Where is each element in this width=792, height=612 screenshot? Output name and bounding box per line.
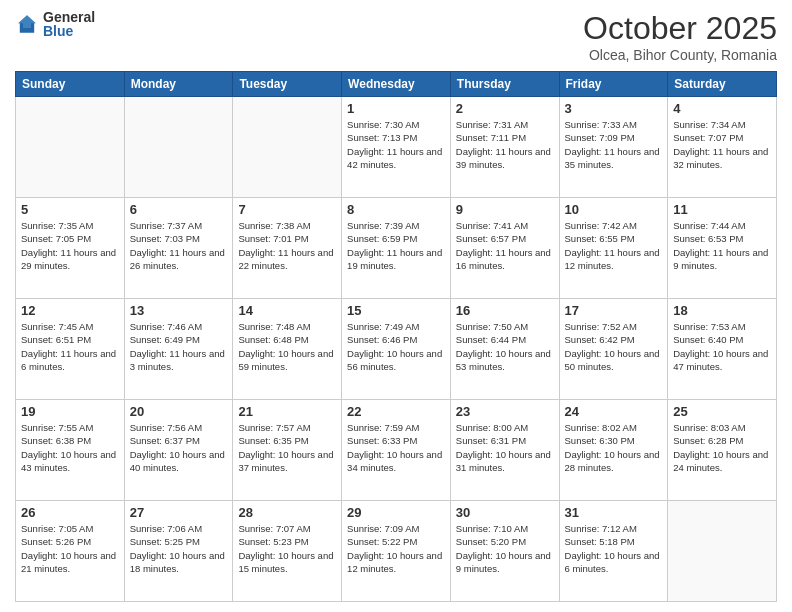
day-info: Sunrise: 7:49 AM Sunset: 6:46 PM Dayligh… (347, 320, 445, 373)
day-info: Sunrise: 7:57 AM Sunset: 6:35 PM Dayligh… (238, 421, 336, 474)
calendar-cell-w2-d1: 13Sunrise: 7:46 AM Sunset: 6:49 PM Dayli… (124, 299, 233, 400)
day-number: 5 (21, 202, 119, 217)
calendar-cell-w1-d1: 6Sunrise: 7:37 AM Sunset: 7:03 PM Daylig… (124, 198, 233, 299)
day-number: 19 (21, 404, 119, 419)
calendar-cell-w0-d1 (124, 97, 233, 198)
month-title: October 2025 (583, 10, 777, 47)
day-info: Sunrise: 7:38 AM Sunset: 7:01 PM Dayligh… (238, 219, 336, 272)
day-info: Sunrise: 7:48 AM Sunset: 6:48 PM Dayligh… (238, 320, 336, 373)
header-tuesday: Tuesday (233, 72, 342, 97)
calendar-cell-w0-d3: 1Sunrise: 7:30 AM Sunset: 7:13 PM Daylig… (342, 97, 451, 198)
logo-icon (15, 12, 39, 36)
weekday-header-row: Sunday Monday Tuesday Wednesday Thursday… (16, 72, 777, 97)
day-info: Sunrise: 7:52 AM Sunset: 6:42 PM Dayligh… (565, 320, 663, 373)
day-info: Sunrise: 7:31 AM Sunset: 7:11 PM Dayligh… (456, 118, 554, 171)
day-number: 2 (456, 101, 554, 116)
day-info: Sunrise: 7:44 AM Sunset: 6:53 PM Dayligh… (673, 219, 771, 272)
calendar-cell-w2-d4: 16Sunrise: 7:50 AM Sunset: 6:44 PM Dayli… (450, 299, 559, 400)
day-number: 31 (565, 505, 663, 520)
day-number: 15 (347, 303, 445, 318)
calendar-cell-w1-d0: 5Sunrise: 7:35 AM Sunset: 7:05 PM Daylig… (16, 198, 125, 299)
calendar-cell-w3-d5: 24Sunrise: 8:02 AM Sunset: 6:30 PM Dayli… (559, 400, 668, 501)
day-number: 7 (238, 202, 336, 217)
day-info: Sunrise: 7:56 AM Sunset: 6:37 PM Dayligh… (130, 421, 228, 474)
day-info: Sunrise: 7:45 AM Sunset: 6:51 PM Dayligh… (21, 320, 119, 373)
day-info: Sunrise: 7:05 AM Sunset: 5:26 PM Dayligh… (21, 522, 119, 575)
day-info: Sunrise: 7:59 AM Sunset: 6:33 PM Dayligh… (347, 421, 445, 474)
calendar-cell-w4-d0: 26Sunrise: 7:05 AM Sunset: 5:26 PM Dayli… (16, 501, 125, 602)
day-number: 29 (347, 505, 445, 520)
day-number: 23 (456, 404, 554, 419)
week-row-1: 1Sunrise: 7:30 AM Sunset: 7:13 PM Daylig… (16, 97, 777, 198)
day-info: Sunrise: 7:30 AM Sunset: 7:13 PM Dayligh… (347, 118, 445, 171)
calendar-cell-w1-d3: 8Sunrise: 7:39 AM Sunset: 6:59 PM Daylig… (342, 198, 451, 299)
logo-general-text: General (43, 10, 95, 24)
day-number: 21 (238, 404, 336, 419)
day-info: Sunrise: 7:33 AM Sunset: 7:09 PM Dayligh… (565, 118, 663, 171)
header: General Blue October 2025 Olcea, Bihor C… (15, 10, 777, 63)
week-row-5: 26Sunrise: 7:05 AM Sunset: 5:26 PM Dayli… (16, 501, 777, 602)
day-info: Sunrise: 7:37 AM Sunset: 7:03 PM Dayligh… (130, 219, 228, 272)
day-info: Sunrise: 7:46 AM Sunset: 6:49 PM Dayligh… (130, 320, 228, 373)
calendar-cell-w4-d6 (668, 501, 777, 602)
day-number: 26 (21, 505, 119, 520)
day-number: 13 (130, 303, 228, 318)
day-number: 28 (238, 505, 336, 520)
day-number: 18 (673, 303, 771, 318)
calendar-cell-w4-d2: 28Sunrise: 7:07 AM Sunset: 5:23 PM Dayli… (233, 501, 342, 602)
day-info: Sunrise: 8:03 AM Sunset: 6:28 PM Dayligh… (673, 421, 771, 474)
day-number: 20 (130, 404, 228, 419)
calendar-cell-w0-d2 (233, 97, 342, 198)
header-sunday: Sunday (16, 72, 125, 97)
day-number: 22 (347, 404, 445, 419)
day-info: Sunrise: 7:06 AM Sunset: 5:25 PM Dayligh… (130, 522, 228, 575)
header-friday: Friday (559, 72, 668, 97)
calendar-cell-w2-d2: 14Sunrise: 7:48 AM Sunset: 6:48 PM Dayli… (233, 299, 342, 400)
day-number: 12 (21, 303, 119, 318)
calendar-cell-w3-d1: 20Sunrise: 7:56 AM Sunset: 6:37 PM Dayli… (124, 400, 233, 501)
day-info: Sunrise: 7:55 AM Sunset: 6:38 PM Dayligh… (21, 421, 119, 474)
day-info: Sunrise: 7:07 AM Sunset: 5:23 PM Dayligh… (238, 522, 336, 575)
header-saturday: Saturday (668, 72, 777, 97)
calendar-table: Sunday Monday Tuesday Wednesday Thursday… (15, 71, 777, 602)
calendar-cell-w3-d6: 25Sunrise: 8:03 AM Sunset: 6:28 PM Dayli… (668, 400, 777, 501)
day-number: 6 (130, 202, 228, 217)
day-info: Sunrise: 7:39 AM Sunset: 6:59 PM Dayligh… (347, 219, 445, 272)
day-info: Sunrise: 7:09 AM Sunset: 5:22 PM Dayligh… (347, 522, 445, 575)
header-thursday: Thursday (450, 72, 559, 97)
day-number: 11 (673, 202, 771, 217)
logo-text: General Blue (43, 10, 95, 38)
day-number: 17 (565, 303, 663, 318)
day-number: 25 (673, 404, 771, 419)
title-section: October 2025 Olcea, Bihor County, Romani… (583, 10, 777, 63)
day-info: Sunrise: 7:50 AM Sunset: 6:44 PM Dayligh… (456, 320, 554, 373)
calendar-cell-w2-d5: 17Sunrise: 7:52 AM Sunset: 6:42 PM Dayli… (559, 299, 668, 400)
day-info: Sunrise: 7:53 AM Sunset: 6:40 PM Dayligh… (673, 320, 771, 373)
day-number: 8 (347, 202, 445, 217)
calendar-cell-w2-d6: 18Sunrise: 7:53 AM Sunset: 6:40 PM Dayli… (668, 299, 777, 400)
day-info: Sunrise: 7:10 AM Sunset: 5:20 PM Dayligh… (456, 522, 554, 575)
day-info: Sunrise: 8:00 AM Sunset: 6:31 PM Dayligh… (456, 421, 554, 474)
day-number: 3 (565, 101, 663, 116)
day-info: Sunrise: 7:12 AM Sunset: 5:18 PM Dayligh… (565, 522, 663, 575)
calendar-cell-w2-d3: 15Sunrise: 7:49 AM Sunset: 6:46 PM Dayli… (342, 299, 451, 400)
day-number: 30 (456, 505, 554, 520)
day-number: 10 (565, 202, 663, 217)
calendar-cell-w4-d1: 27Sunrise: 7:06 AM Sunset: 5:25 PM Dayli… (124, 501, 233, 602)
calendar-cell-w2-d0: 12Sunrise: 7:45 AM Sunset: 6:51 PM Dayli… (16, 299, 125, 400)
day-info: Sunrise: 7:42 AM Sunset: 6:55 PM Dayligh… (565, 219, 663, 272)
calendar-cell-w0-d5: 3Sunrise: 7:33 AM Sunset: 7:09 PM Daylig… (559, 97, 668, 198)
calendar-cell-w0-d6: 4Sunrise: 7:34 AM Sunset: 7:07 PM Daylig… (668, 97, 777, 198)
day-info: Sunrise: 8:02 AM Sunset: 6:30 PM Dayligh… (565, 421, 663, 474)
calendar-cell-w0-d0 (16, 97, 125, 198)
calendar-cell-w0-d4: 2Sunrise: 7:31 AM Sunset: 7:11 PM Daylig… (450, 97, 559, 198)
day-number: 24 (565, 404, 663, 419)
week-row-3: 12Sunrise: 7:45 AM Sunset: 6:51 PM Dayli… (16, 299, 777, 400)
week-row-2: 5Sunrise: 7:35 AM Sunset: 7:05 PM Daylig… (16, 198, 777, 299)
day-info: Sunrise: 7:35 AM Sunset: 7:05 PM Dayligh… (21, 219, 119, 272)
calendar-cell-w3-d0: 19Sunrise: 7:55 AM Sunset: 6:38 PM Dayli… (16, 400, 125, 501)
calendar-cell-w3-d3: 22Sunrise: 7:59 AM Sunset: 6:33 PM Dayli… (342, 400, 451, 501)
calendar-cell-w4-d5: 31Sunrise: 7:12 AM Sunset: 5:18 PM Dayli… (559, 501, 668, 602)
day-number: 1 (347, 101, 445, 116)
day-number: 4 (673, 101, 771, 116)
